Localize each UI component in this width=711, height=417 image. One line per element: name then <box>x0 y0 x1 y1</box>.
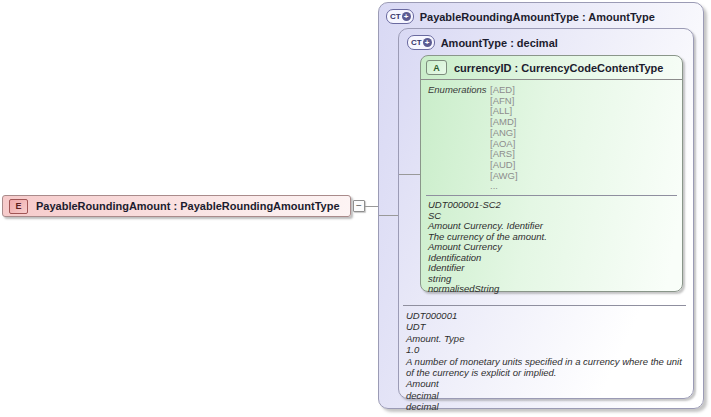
xml-schema-diagram: E PayableRoundingAmount : PayableRoundin… <box>0 0 711 417</box>
annotation-line: decimal <box>406 390 683 401</box>
annotation-line: Identifier <box>428 263 676 274</box>
attribute-icon: A <box>426 60 447 75</box>
plus-icon: + <box>423 38 432 47</box>
annotation-line: UDT <box>406 321 683 332</box>
attribute-header: A currencyID : CurrencyCodeContentType <box>421 56 682 80</box>
element-icon: E <box>9 199 28 214</box>
inner-type-separator <box>403 305 686 306</box>
connector-line <box>399 174 420 175</box>
enumeration-value: [ANG] <box>490 128 518 139</box>
annotation-line: Amount Currency. Identifier <box>428 221 676 232</box>
annotation-line: UDT000001 <box>406 310 683 321</box>
annotation-line: Amount Currency <box>428 242 676 253</box>
annotation-line: decimal <box>406 401 683 412</box>
enumeration-value: ... <box>490 181 518 192</box>
enumerations-list: [AED][AFN][ALL][AMD][ANG][AOA][ARS][AUD]… <box>490 85 518 192</box>
inner-type-title: AmountType : decimal <box>441 37 558 49</box>
attribute-title: currencyID : CurrencyCodeContentType <box>454 62 663 74</box>
connector-line <box>379 215 398 216</box>
attribute-annotation: UDT000001-SC2SCAmount Currency. Identifi… <box>421 199 682 295</box>
complex-type-icon: CT + <box>407 35 435 50</box>
enumerations-label: Enumerations <box>428 85 490 192</box>
plus-icon: + <box>402 12 411 21</box>
annotation-line: UDT000001-SC2 <box>428 200 676 211</box>
complex-type-icon: CT + <box>386 9 414 24</box>
inner-type-annotation: UDT000001UDTAmount. Type1.0A number of m… <box>406 310 683 413</box>
inner-type-header: CT + AmountType : decimal <box>407 35 693 50</box>
annotation-line: Identification <box>428 253 676 264</box>
annotation-line: A number of monetary units specified in … <box>406 356 683 379</box>
collapse-button[interactable]: − <box>353 200 365 212</box>
annotation-line: Amount <box>406 378 683 389</box>
outer-type-title: PayableRoundingAmountType : AmountType <box>420 11 655 23</box>
attribute-node-currency-id[interactable]: A currencyID : CurrencyCodeContentType E… <box>420 55 683 292</box>
complex-type-node-payable-rounding-amount-type[interactable]: CT + PayableRoundingAmountType : AmountT… <box>378 2 704 409</box>
annotation-line: normalisedString <box>428 284 676 295</box>
annotation-line: Amount. Type <box>406 333 683 344</box>
attribute-separator <box>426 195 677 196</box>
outer-type-header: CT + PayableRoundingAmountType : AmountT… <box>386 9 703 24</box>
enumerations-section: Enumerations [AED][AFN][ALL][AMD][ANG][A… <box>421 80 682 192</box>
complex-type-node-amount-type[interactable]: CT + AmountType : decimal A currencyID :… <box>398 28 694 399</box>
annotation-line: 1.0 <box>406 344 683 355</box>
connector-line <box>365 206 378 207</box>
element-node-payable-rounding-amount[interactable]: E PayableRoundingAmount : PayableRoundin… <box>2 195 351 217</box>
element-title: PayableRoundingAmount : PayableRoundingA… <box>36 200 340 212</box>
